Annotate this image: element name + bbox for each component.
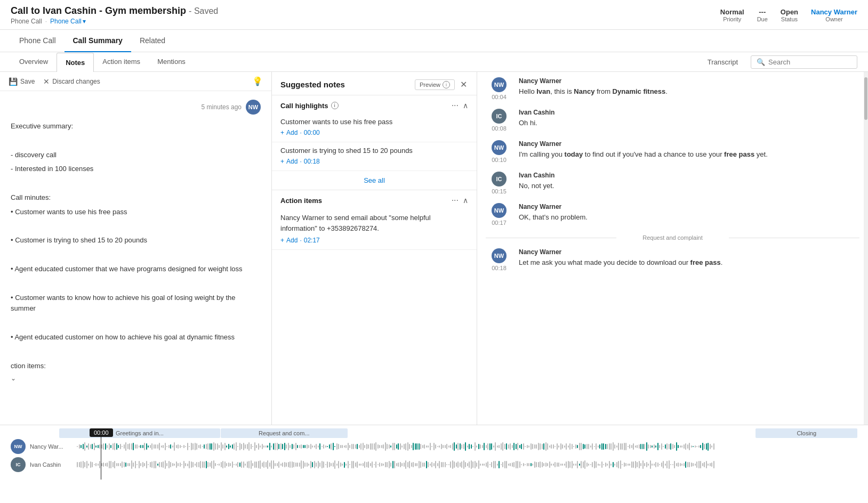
notes-content[interactable]: 5 minutes ago NW Executive summary: - di… <box>0 91 271 425</box>
wave-bar <box>400 462 401 467</box>
wave-bar <box>527 445 528 449</box>
message-body: Nancy Warner Let me ask you what made yo… <box>519 248 859 271</box>
tab-call-summary[interactable]: Call Summary <box>65 30 131 52</box>
wave-bar <box>185 446 186 447</box>
scrollbar-track[interactable] <box>864 72 868 425</box>
see-all-button[interactable]: See all <box>272 171 477 190</box>
wave-bar <box>691 445 692 448</box>
chevron-down-icon: ⌄ <box>11 375 16 382</box>
wave-bar <box>383 464 384 466</box>
tab-notes[interactable]: Notes <box>57 53 94 72</box>
wave-bar <box>650 460 651 469</box>
wave-bar <box>322 446 323 448</box>
wave-bar <box>609 443 610 449</box>
wave-bar <box>312 462 313 467</box>
wave-bar <box>594 461 595 468</box>
expand-button[interactable]: ⌄ <box>11 375 261 382</box>
wave-bar <box>646 442 647 451</box>
tab-mentions[interactable]: Mentions <box>149 52 194 72</box>
collapse-button[interactable]: ∧ <box>463 101 468 110</box>
transcript-content[interactable]: NW 00:04 Nancy Warner Hello Ivan, this i… <box>477 72 868 425</box>
more-options-action-button[interactable]: ··· <box>452 196 459 205</box>
discard-label: Discard changes <box>52 78 100 85</box>
message-group: IC 00:08 Ivan Cashin Oh hi. <box>486 109 859 132</box>
wave-bar <box>534 444 535 449</box>
wave-bar <box>534 461 535 468</box>
wave-bar <box>590 445 591 448</box>
wave-bar <box>487 443 488 450</box>
add-highlight-2-button[interactable]: + Add · 00:18 <box>280 158 468 165</box>
collapse-action-button[interactable]: ∧ <box>463 196 468 205</box>
tab-action-items[interactable]: Action items <box>94 52 149 72</box>
wave-bar <box>491 462 492 467</box>
section-divider: Request and complaint <box>486 234 859 241</box>
wave-bar <box>594 446 595 448</box>
wave-bar <box>680 445 681 447</box>
close-button[interactable]: ✕ <box>459 78 468 91</box>
wave-bar <box>217 464 218 466</box>
wave-bar <box>168 461 170 468</box>
wave-bar <box>125 442 126 450</box>
plus-icon: + <box>280 129 284 136</box>
wave-bar <box>486 463 487 466</box>
wave-bar <box>353 461 354 468</box>
wave-bar <box>562 464 563 466</box>
wave-bar <box>168 445 170 448</box>
tab-overview[interactable]: Overview <box>11 52 57 72</box>
scrollbar-thumb[interactable] <box>864 77 867 120</box>
wave-bar <box>538 462 539 467</box>
wave-bar <box>159 443 160 451</box>
wave-bar <box>282 444 283 449</box>
wave-bar <box>635 461 636 468</box>
transcript-panel: NW 00:04 Nancy Warner Hello Ivan, this i… <box>477 72 868 425</box>
wave-bar <box>228 444 229 449</box>
wave-bar <box>349 445 350 448</box>
wave-bar <box>131 460 132 469</box>
message-group: NW 00:04 Nancy Warner Hello Ivan, this i… <box>486 77 859 100</box>
wave-bar <box>79 444 80 449</box>
save-button[interactable]: 💾 Save <box>9 77 35 86</box>
wave-bar <box>133 443 134 451</box>
phone-call-link[interactable]: Phone Call ▾ <box>50 18 86 25</box>
title-text: Call to Ivan Cashin - Gym membership <box>11 5 186 16</box>
more-options-button[interactable]: ··· <box>452 101 459 110</box>
wave-bar <box>607 444 608 450</box>
wave-bar <box>278 461 279 468</box>
wave-bar <box>663 461 664 469</box>
add-highlight-1-button[interactable]: + Add · 00:00 <box>280 129 468 136</box>
wave-bar <box>377 464 379 466</box>
timeline-area: 00:00 Greetings and in... Request and co… <box>0 425 868 494</box>
wave-bar <box>469 461 470 468</box>
wave-bar <box>318 461 319 468</box>
wave-bar <box>77 462 78 467</box>
panels: 💾 Save ✕ Discard changes 💡 5 minutes ago… <box>0 72 868 425</box>
wave-bar <box>596 443 597 450</box>
wave-bar <box>435 444 436 449</box>
wave-bar <box>217 443 218 449</box>
wave-bar <box>385 442 386 451</box>
wave-bar <box>331 443 332 450</box>
search-input[interactable] <box>768 58 851 66</box>
wave-bar <box>687 462 688 467</box>
preview-badge[interactable]: Preview i <box>415 79 455 90</box>
wave-bar <box>114 461 115 469</box>
search-box[interactable]: 🔍 <box>751 55 857 69</box>
wave-bar <box>383 444 384 449</box>
tab-related[interactable]: Related <box>131 30 174 52</box>
add-action-1-button[interactable]: + Add · 02:17 <box>280 237 468 244</box>
tab-phone-call[interactable]: Phone Call <box>11 30 65 52</box>
wave-bar <box>579 464 580 465</box>
waveform-avatar-nw: NW <box>11 439 26 454</box>
wave-bar <box>351 461 352 468</box>
wave-bar <box>293 444 294 449</box>
discard-button[interactable]: ✕ Discard changes <box>43 77 100 86</box>
wave-bar <box>303 445 304 448</box>
avatar: IC <box>492 172 507 186</box>
wave-bar <box>215 443 216 450</box>
wave-bar <box>471 460 472 469</box>
wave-bar <box>204 461 205 468</box>
wave-bar <box>299 463 300 467</box>
wave-bar <box>401 463 403 466</box>
wave-bar <box>657 443 658 451</box>
wave-bar <box>669 444 670 449</box>
